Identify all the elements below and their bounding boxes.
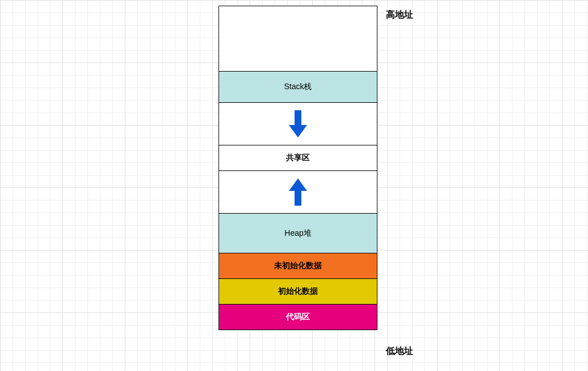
segment-arrow-down <box>219 103 377 145</box>
segment-arrow-up <box>219 171 377 214</box>
memory-diagram: 高地址 低地址 Stack栈 共享区 Heap堆 未初始化数据 初始化数据 代码… <box>219 6 502 330</box>
segment-blank-top <box>219 6 377 72</box>
segment-data: 初始化数据 <box>219 279 377 305</box>
label-low-address: 低地址 <box>386 345 413 357</box>
arrow-up-icon <box>219 171 377 213</box>
arrow-down-icon <box>219 103 377 145</box>
segment-stack: Stack栈 <box>219 72 377 103</box>
segment-shared: 共享区 <box>219 145 377 171</box>
segment-bss: 未初始化数据 <box>219 253 377 279</box>
memory-layout-stack: Stack栈 共享区 Heap堆 未初始化数据 初始化数据 代码区 <box>219 6 377 330</box>
label-high-address: 高地址 <box>386 9 413 21</box>
segment-text: 代码区 <box>219 305 377 330</box>
segment-heap: Heap堆 <box>219 214 377 253</box>
